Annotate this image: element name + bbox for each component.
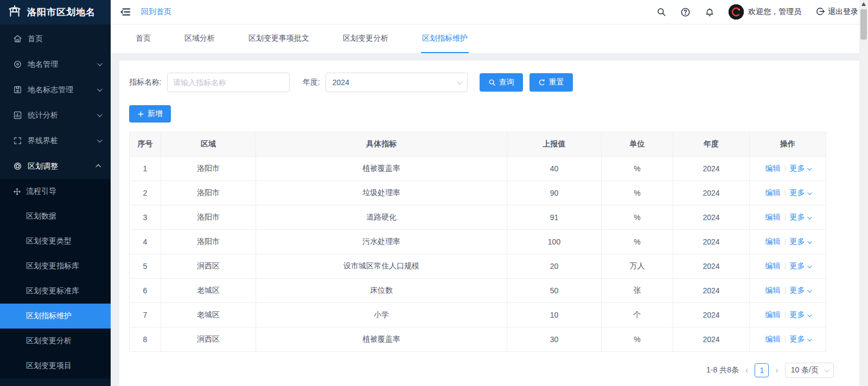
sidebar-item-placename-mgmt[interactable]: 地名管理 (0, 52, 111, 77)
cell-indicator: 道路硬化 (256, 205, 507, 230)
cell-value: 20 (507, 254, 602, 279)
cell-year: 2024 (673, 279, 750, 303)
col-year: 年度 (673, 132, 750, 157)
more-link[interactable]: 更多 (790, 164, 805, 172)
tab-region-analysis[interactable]: 区域分析 (183, 24, 216, 53)
sidebar-item-label: 地名标志管理 (28, 85, 97, 95)
page-size-select[interactable]: 10 条/页 (785, 363, 834, 378)
chevron-down-icon (807, 239, 812, 243)
cell-year: 2024 (673, 254, 750, 279)
tab-home[interactable]: 首页 (135, 24, 152, 53)
user-menu[interactable]: 欢迎您，管理员 (729, 4, 801, 20)
paifang-logo-icon (8, 4, 22, 20)
cell-value: 100 (507, 230, 602, 254)
search-icon[interactable] (656, 7, 666, 17)
edit-link[interactable]: 编辑 (765, 310, 781, 319)
cell-value: 50 (507, 279, 602, 303)
submenu-item-label: 区划变更标准库 (26, 286, 79, 296)
chevron-down-icon (807, 337, 812, 341)
edit-link[interactable]: 编辑 (765, 213, 781, 221)
collapse-menu-icon[interactable] (119, 6, 131, 18)
cell-indicator: 设市城区常住人口规模 (256, 254, 507, 279)
scrollbar-thumb[interactable] (860, 9, 867, 40)
submenu-item-label: 区划变更指标库 (26, 261, 79, 271)
indicator-name-input[interactable] (167, 73, 290, 92)
edit-link[interactable]: 编辑 (765, 334, 781, 343)
main-area: 回到首页 (111, 0, 868, 386)
edit-link[interactable]: 编辑 (765, 237, 781, 246)
more-link[interactable]: 更多 (790, 334, 805, 343)
reset-button[interactable]: 重置 (529, 73, 573, 92)
submenu-item-indicator-lib[interactable]: 区划变更指标库 (0, 254, 111, 279)
tab-change-approval[interactable]: 区划变更事项批文 (247, 24, 310, 53)
add-button[interactable]: 新增 (129, 105, 171, 123)
table-row: 8 涧西区 植被覆盖率 30 % 2024 编辑更多 (130, 327, 826, 352)
edit-link[interactable]: 编辑 (765, 164, 781, 172)
back-home-link[interactable]: 回到首页 (141, 7, 171, 17)
pagination: 1-8 共8条 ‹ 1 › 10 条/页 (129, 363, 834, 378)
help-icon[interactable] (680, 7, 691, 17)
add-button-label: 新增 (148, 109, 163, 119)
chevron-down-icon (807, 215, 812, 219)
submenu-item-process-guide[interactable]: 流程引导 (0, 179, 111, 204)
tab-label: 首页 (136, 34, 151, 43)
divider (785, 239, 786, 245)
sidebar-item-zoning-adjust[interactable]: 区划调整 (0, 153, 111, 179)
divider (785, 214, 786, 221)
bell-icon[interactable] (705, 7, 714, 17)
year-select[interactable]: 2024 (326, 73, 468, 92)
cell-indicator: 小学 (256, 303, 507, 327)
divider (785, 263, 786, 269)
edit-link[interactable]: 编辑 (765, 261, 781, 270)
prev-page-button[interactable]: ‹ (744, 365, 749, 375)
cell-seq: 5 (130, 254, 161, 279)
tab-indicator-maintain[interactable]: 区划指标维护 (421, 24, 469, 53)
submenu-item-change-project[interactable]: 区划变更项目 (0, 353, 111, 378)
submenu-item-standard-lib[interactable]: 区划变更标准库 (0, 279, 111, 304)
more-link[interactable]: 更多 (790, 188, 805, 197)
cell-value: 10 (507, 303, 602, 327)
edit-link[interactable]: 编辑 (765, 286, 781, 294)
chevron-down-icon (807, 288, 812, 292)
sidebar-item-boundary[interactable]: 界线界桩 (0, 128, 111, 153)
cell-region: 涧西区 (161, 327, 256, 352)
more-link[interactable]: 更多 (790, 286, 805, 294)
app-title: 洛阳市区划地名 (27, 6, 95, 18)
year-label: 年度: (303, 78, 320, 87)
submenu-item-label: 区划变更分析 (26, 336, 72, 346)
page-number-button[interactable]: 1 (755, 363, 769, 377)
edit-link[interactable]: 编辑 (765, 188, 781, 197)
more-link[interactable]: 更多 (790, 261, 805, 270)
tab-change-analysis[interactable]: 区划变更分析 (342, 24, 390, 53)
cell-region: 老城区 (161, 279, 256, 303)
sidebar-item-home[interactable]: 首页 (0, 26, 111, 52)
sidebar-item-label: 地名管理 (28, 60, 97, 69)
submenu-item-change-type[interactable]: 区划变更类型 (0, 229, 111, 254)
more-link[interactable]: 更多 (790, 310, 805, 319)
sidebar-menu: 首页 地名管理 地名标志管理 (0, 24, 111, 378)
sidebar-item-statistics[interactable]: 统计分析 (0, 102, 111, 128)
cell-year: 2024 (673, 181, 750, 205)
more-link[interactable]: 更多 (790, 237, 805, 246)
table-row: 3 洛阳市 道路硬化 91 % 2024 编辑更多 (130, 205, 826, 230)
cell-seq: 6 (130, 279, 161, 303)
vertical-scrollbar[interactable] (859, 0, 868, 386)
more-link[interactable]: 更多 (790, 213, 805, 221)
search-button[interactable]: 查询 (480, 73, 523, 92)
indicator-table: 序号 区域 具体指标 上报值 单位 年度 操作 1 洛阳市 植被覆盖率 40 (129, 132, 826, 352)
cell-region: 洛阳市 (161, 157, 256, 181)
logout-button[interactable]: 退出登录 (815, 7, 858, 18)
top-navbar: 回到首页 (111, 0, 868, 24)
next-page-button[interactable]: › (774, 365, 779, 375)
cell-indicator: 床位数 (256, 279, 507, 303)
bar-chart-icon (13, 111, 22, 120)
submenu-item-indicator-maintain[interactable]: 区划指标维护 (0, 304, 111, 329)
col-actions: 操作 (750, 132, 826, 157)
table-row: 1 洛阳市 植被覆盖率 40 % 2024 编辑更多 (130, 157, 826, 181)
cell-year: 2024 (673, 230, 750, 254)
save-icon (13, 85, 22, 94)
submenu-item-zoning-data[interactable]: 区划数据 (0, 204, 111, 229)
divider (785, 287, 786, 294)
sidebar-item-sign-mgmt[interactable]: 地名标志管理 (0, 77, 111, 102)
submenu-item-change-analysis[interactable]: 区划变更分析 (0, 329, 111, 353)
